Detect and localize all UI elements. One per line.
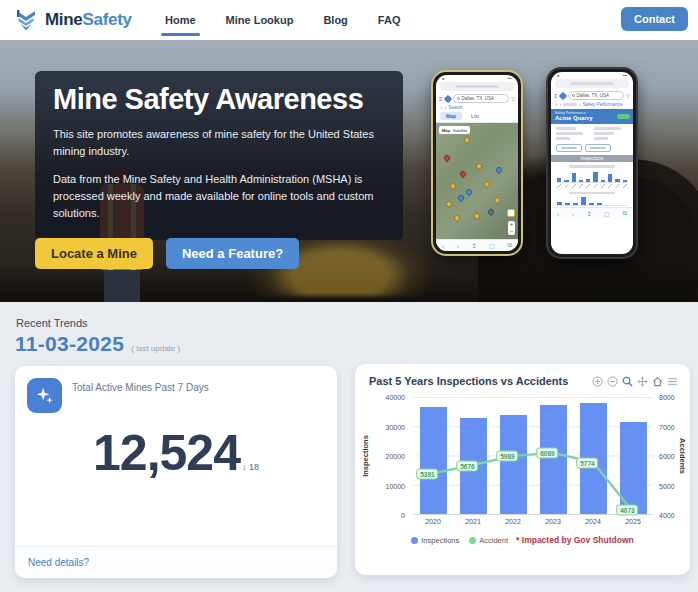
active-mines-card-title: Total Active Mines Past 7 Days [72, 378, 209, 393]
chart-toolbar [591, 375, 678, 387]
contact-button[interactable]: Contact [621, 7, 688, 31]
bookmarks-icon[interactable]: ▢ [489, 242, 495, 249]
phone-map-view[interactable]: MapSatellite +− [436, 123, 518, 239]
mine-header-band: Safety Performance Acme Quarry [551, 109, 633, 124]
brand-logo[interactable]: MineSafety [0, 8, 165, 32]
x-tick-label: 2025 [613, 518, 653, 525]
hero-section: Mine Safety Awareness This site promotes… [0, 40, 698, 302]
chart-area[interactable]: Inspections Accidents 010000200003000040… [355, 387, 690, 562]
need-details-link[interactable]: Need details? [28, 557, 89, 568]
phone-tab-map[interactable]: Map [440, 112, 462, 120]
axis-tick-label: 6000 [659, 453, 675, 460]
pan-icon[interactable] [636, 375, 648, 387]
axis-tick-label: 10000 [386, 482, 405, 489]
phone-mockup-mine-detail: ●▪▪▪ ≡ Dallas, TX, USA ▽ ⌂››Safety Perfo… [546, 67, 638, 259]
map-zoom-controls[interactable]: +− [508, 221, 515, 235]
accident-data-label: 5676 [456, 460, 478, 471]
phone-search-row: ≡ Dallas, TX, USA ▽ [436, 92, 518, 104]
main-nav: Home Mine Lookup Blog FAQ [165, 0, 400, 40]
map-pin[interactable] [495, 166, 503, 174]
axis-tick-label: 30000 [386, 423, 405, 430]
nav-item-faq[interactable]: FAQ [378, 0, 401, 40]
nav-item-home[interactable]: Home [165, 0, 196, 40]
card-footer: Need details? [15, 546, 337, 578]
chart-xlabels: 202020212022202320242025 [413, 518, 653, 525]
map-pin[interactable] [473, 212, 481, 220]
need-a-feature-button[interactable]: Need a Feature? [166, 238, 299, 269]
share-icon[interactable]: ↥ [586, 210, 591, 217]
forward-icon[interactable]: › [457, 243, 459, 249]
brand-name: MineSafety [45, 10, 132, 30]
axis-tick-label: 5000 [659, 482, 675, 489]
map-pin[interactable] [459, 170, 467, 178]
map-pin[interactable] [475, 162, 483, 170]
phone-mockup-map: ●▪▪▪ ≡ Dallas, TX, USA ▽ ⌂›Search Map Li… [431, 70, 523, 256]
nav-item-blog[interactable]: Blog [323, 0, 347, 40]
right-ticks: 40005000600070008000 [657, 397, 683, 515]
recent-trends-section: Recent Trends 11-03-2025 ( last update )… [0, 302, 698, 592]
bookmarks-icon[interactable]: ▢ [604, 210, 610, 217]
chart-plot[interactable]: 539156765989608957744073 [413, 397, 653, 515]
map-pin[interactable] [449, 182, 457, 190]
chart-title: Past 5 Years Inspections vs Accidents [369, 375, 568, 387]
axis-tick-label: 8000 [659, 394, 675, 401]
shutdown-note: * Impacted by Gov Shutdown [516, 535, 634, 545]
map-pin[interactable] [457, 194, 465, 202]
legend-inspections[interactable]: Inspections [411, 536, 459, 545]
mine-button[interactable] [585, 144, 611, 152]
accident-data-label: 5989 [496, 451, 518, 462]
back-icon[interactable]: ‹ [442, 243, 444, 249]
map-pin[interactable] [493, 196, 501, 204]
axis-tick-label: 40000 [386, 394, 405, 401]
phone-tab-list[interactable]: List [465, 112, 485, 120]
map-pin[interactable] [445, 200, 453, 208]
locate-a-mine-button[interactable]: Locate a Mine [35, 238, 153, 269]
legend-dot-green [469, 537, 476, 544]
accidents-line-svg [413, 397, 653, 514]
forward-icon[interactable]: › [572, 211, 574, 217]
nav-item-mine-lookup[interactable]: Mine Lookup [226, 0, 294, 40]
filter-icon[interactable]: ▽ [511, 96, 515, 102]
filter-icon[interactable]: ▽ [626, 93, 630, 99]
back-icon[interactable]: ‹ [557, 211, 559, 217]
phone-browser-bar: ‹ › ↥ ▢ ⧉ [551, 207, 633, 219]
mine-button[interactable] [556, 144, 582, 152]
menu-icon[interactable]: ≡ [554, 93, 558, 99]
mini-chart-2 [551, 189, 633, 208]
menu-icon[interactable] [666, 375, 678, 387]
section-label: Recent Trends [16, 317, 88, 329]
phone-url-bar [440, 82, 514, 91]
tabs-icon[interactable]: ⧉ [507, 242, 511, 249]
phone-search-input[interactable]: Dallas, TX, USA [568, 91, 625, 100]
map-pin[interactable] [443, 154, 451, 162]
active-mines-value: 12,524 [93, 425, 240, 481]
phone-breadcrumb: ⌂›Search [436, 104, 518, 112]
box-zoom-icon[interactable] [621, 375, 633, 387]
home-icon[interactable] [651, 375, 663, 387]
tabs-icon[interactable]: ⧉ [622, 210, 626, 217]
menu-icon[interactable]: ≡ [439, 96, 443, 102]
share-icon[interactable]: ↥ [471, 242, 476, 249]
x-tick-label: 2021 [453, 518, 493, 525]
compass-icon[interactable] [558, 91, 566, 99]
accident-data-label: 4073 [616, 505, 638, 516]
x-tick-label: 2024 [573, 518, 613, 525]
zoom-out-icon[interactable] [606, 375, 618, 387]
phone-tabs: Map List [436, 112, 518, 123]
compass-icon[interactable] [443, 94, 451, 102]
phone-search-input[interactable]: Dallas, TX, USA [453, 94, 510, 103]
status-badge [617, 114, 630, 119]
hero-paragraph-2: Data from the Mine Safety and Health Adm… [53, 171, 385, 222]
last-update-row: 11-03-2025 ( last update ) [15, 332, 180, 356]
map-pin[interactable] [465, 188, 473, 196]
legend-accident[interactable]: Accident * Impacted by Gov Shutdown [469, 535, 633, 545]
active-mines-card: Total Active Mines Past 7 Days 12,524↓ 1… [15, 366, 337, 578]
map-pin[interactable] [453, 214, 461, 222]
zoom-in-icon[interactable] [591, 375, 603, 387]
map-satellite-toggle[interactable]: MapSatellite [439, 126, 470, 134]
map-pin[interactable] [463, 136, 471, 144]
inspections-section-band: Inspections [551, 155, 633, 162]
map-pin[interactable] [483, 180, 491, 188]
map-layers-button[interactable] [507, 209, 515, 217]
map-pin[interactable] [487, 208, 495, 216]
